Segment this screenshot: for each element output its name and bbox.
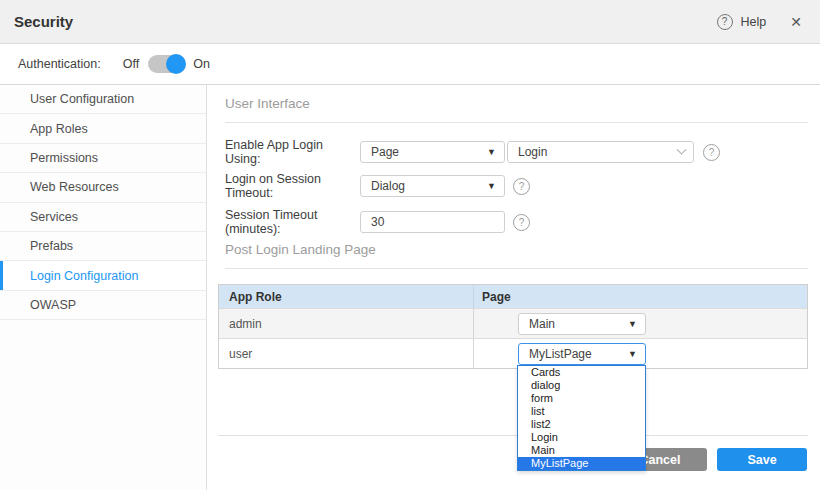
enable-app-login-label: Enable App Login Using:: [225, 138, 360, 166]
form-row-session-timeout-minutes: Session Timeout (minutes): ?: [225, 211, 530, 233]
admin-page-select[interactable]: Main ▼: [518, 313, 646, 335]
dropdown-option-dialog[interactable]: dialog: [518, 379, 645, 392]
divider: [225, 268, 808, 269]
page-select-dropdown-list: Cards dialog form list list2 Login Main …: [517, 365, 646, 471]
sidebar-item-permissions[interactable]: Permissions: [0, 144, 206, 173]
sidebar-item-app-roles[interactable]: App Roles: [0, 114, 206, 143]
user-page-select[interactable]: MyListPage ▼: [518, 343, 646, 365]
enable-app-login-help-icon[interactable]: ?: [703, 144, 720, 161]
session-timeout-minutes-input[interactable]: [360, 211, 505, 233]
toggle-knob: [166, 54, 186, 74]
toggle-on-label: On: [193, 57, 210, 71]
help-icon[interactable]: ?: [717, 14, 733, 30]
authentication-label: Authentication:: [18, 57, 101, 71]
dropdown-option-mylistpage[interactable]: MyListPage: [518, 457, 645, 470]
session-timeout-type-help-icon[interactable]: ?: [513, 178, 530, 195]
help-link[interactable]: Help: [741, 15, 767, 29]
login-configuration-panel: User Interface Enable App Login Using: P…: [207, 85, 820, 490]
dropdown-option-list2[interactable]: list2: [518, 418, 645, 431]
page-cell: Main ▼: [473, 309, 807, 338]
caret-down-icon: ▼: [628, 319, 637, 329]
login-page-value: Login: [518, 145, 672, 159]
chevron-down-icon: [677, 144, 687, 154]
table-header-app-role: App Role: [219, 285, 473, 308]
header-bar: Security ? Help ✕: [0, 0, 820, 44]
divider: [225, 122, 808, 123]
dropdown-option-form[interactable]: form: [518, 392, 645, 405]
post-login-landing-table: App Role Page admin Main ▼ user MyListPa…: [218, 284, 808, 369]
session-timeout-type-value: Dialog: [371, 179, 481, 193]
toggle-off-label: Off: [123, 57, 139, 71]
table-header-page: Page: [473, 285, 807, 308]
authentication-toggle[interactable]: [148, 55, 184, 73]
form-row-session-timeout-type: Login on Session Timeout: Dialog ▼ ?: [225, 175, 530, 197]
caret-down-icon: ▼: [487, 147, 496, 157]
footer-divider: [218, 435, 808, 436]
dropdown-option-login[interactable]: Login: [518, 431, 645, 444]
sidebar-item-login-configuration[interactable]: Login Configuration: [0, 261, 206, 290]
page-title: Security: [14, 13, 73, 30]
caret-down-icon: ▼: [487, 181, 496, 191]
sidebar-item-user-configuration[interactable]: User Configuration: [0, 85, 206, 114]
table-header-row: App Role Page: [219, 285, 807, 308]
session-timeout-type-select[interactable]: Dialog ▼: [360, 175, 505, 197]
caret-down-icon: ▼: [628, 349, 637, 359]
sidebar-item-services[interactable]: Services: [0, 203, 206, 232]
page-cell: MyListPage ▼: [473, 339, 807, 368]
dropdown-option-list[interactable]: list: [518, 405, 645, 418]
security-settings-page: Security ? Help ✕ Authentication: Off On…: [0, 0, 820, 490]
login-on-session-timeout-label: Login on Session Timeout:: [225, 172, 360, 200]
user-page-value: MyListPage: [529, 347, 622, 361]
session-timeout-minutes-help-icon[interactable]: ?: [513, 214, 530, 231]
table-row-admin: admin Main ▼: [219, 308, 807, 338]
table-row-user: user MyListPage ▼: [219, 338, 807, 368]
sidebar: User Configuration App Roles Permissions…: [0, 85, 207, 490]
close-icon[interactable]: ✕: [790, 14, 802, 30]
section-title-post-login: Post Login Landing Page: [225, 242, 376, 257]
login-type-value: Page: [371, 145, 481, 159]
app-role-cell: user: [219, 339, 473, 368]
form-row-enable-app-login: Enable App Login Using: Page ▼ Login ?: [225, 141, 720, 163]
section-title-user-interface: User Interface: [225, 96, 310, 111]
sidebar-item-owasp[interactable]: OWASP: [0, 291, 206, 320]
app-role-cell: admin: [219, 309, 473, 338]
authentication-bar: Authentication: Off On: [0, 44, 820, 85]
login-type-select[interactable]: Page ▼: [360, 141, 505, 163]
admin-page-value: Main: [529, 317, 622, 331]
header-actions: ? Help ✕: [717, 0, 802, 44]
dropdown-option-main[interactable]: Main: [518, 444, 645, 457]
login-page-select[interactable]: Login: [507, 141, 694, 163]
session-timeout-minutes-label: Session Timeout (minutes):: [225, 208, 360, 236]
save-button[interactable]: Save: [717, 448, 807, 471]
sidebar-item-prefabs[interactable]: Prefabs: [0, 232, 206, 261]
dropdown-option-cards[interactable]: Cards: [518, 366, 645, 379]
sidebar-item-web-resources[interactable]: Web Resources: [0, 173, 206, 202]
